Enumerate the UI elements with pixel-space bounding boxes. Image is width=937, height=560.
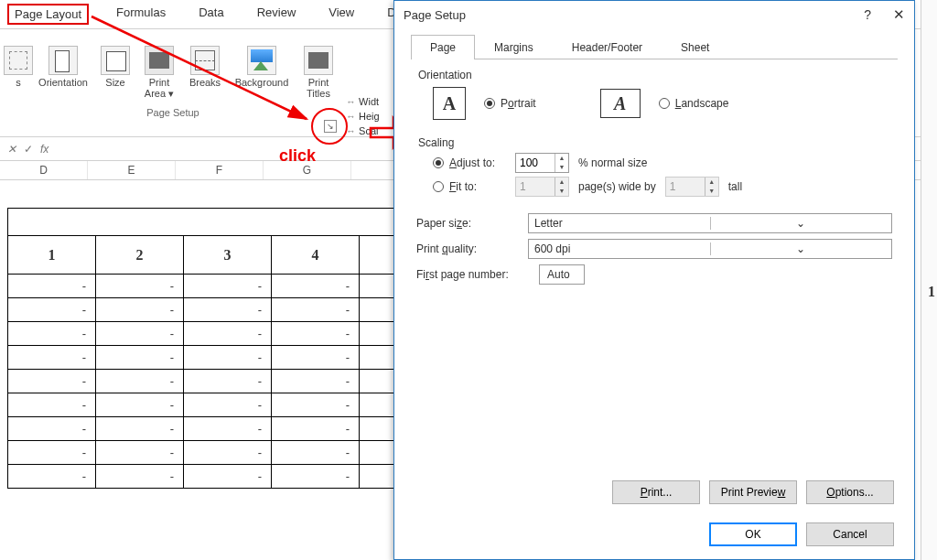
spin-down-icon[interactable]: ▼ [555, 187, 568, 196]
menu-review[interactable]: Review [252, 4, 302, 25]
print-titles-button[interactable]: Print Titles [300, 46, 337, 100]
orientation-icon [48, 46, 78, 75]
table-cell[interactable]: - [184, 298, 272, 322]
print-quality-value: 600 dpi [529, 242, 710, 255]
table-cell[interactable]: - [8, 275, 96, 298]
chevron-down-icon[interactable]: ⌄ [710, 242, 892, 255]
table-cell[interactable]: - [96, 441, 184, 465]
fit-to-radio[interactable]: Fit to: [433, 180, 506, 193]
print-button[interactable]: Print... [612, 480, 700, 504]
column-header[interactable]: D [0, 161, 88, 179]
spin-up-icon[interactable]: ▲ [555, 178, 568, 187]
table-cell[interactable]: - [272, 275, 360, 298]
table-cell[interactable]: - [272, 441, 360, 465]
fx-icon[interactable]: fx [40, 143, 48, 156]
column-header[interactable]: G [264, 161, 351, 179]
spin-down-icon[interactable]: ▼ [705, 187, 718, 196]
menu-page-layout[interactable]: Page Layout [7, 4, 89, 25]
table-cell[interactable]: - [96, 275, 184, 298]
margins-icon [4, 46, 33, 75]
portrait-radio[interactable]: Portrait [484, 97, 536, 110]
background-button[interactable]: Background [232, 46, 291, 100]
table-cell[interactable]: - [8, 346, 96, 370]
orientation-legend: Orientation [416, 69, 474, 81]
table-cell[interactable]: - [8, 298, 96, 322]
fit-tall-input[interactable]: ▲▼ [665, 177, 719, 197]
table-cell[interactable]: - [184, 417, 272, 441]
table-cell[interactable]: - [96, 370, 184, 393]
formula-accept-icon[interactable]: ✓ [24, 143, 33, 156]
options-button[interactable]: Options... [806, 480, 894, 504]
radio-selected-icon [433, 157, 444, 168]
table-cell[interactable]: - [8, 370, 96, 393]
breaks-button[interactable]: Breaks [187, 46, 223, 100]
menu-view[interactable]: View [323, 4, 360, 25]
table-cell[interactable]: - [272, 298, 360, 322]
margins-button[interactable]: s [9, 46, 27, 100]
scale-option[interactable]: Scal [346, 125, 380, 136]
table-cell[interactable]: - [96, 465, 184, 489]
table-cell[interactable]: - [184, 465, 272, 489]
column-header[interactable]: F [176, 161, 264, 179]
portrait-icon: A [433, 87, 466, 120]
first-page-number-input[interactable]: Auto [539, 264, 585, 285]
tab-page[interactable]: Page [411, 35, 475, 59]
menu-data[interactable]: Data [193, 4, 229, 25]
table-cell[interactable]: - [272, 417, 360, 441]
orientation-button[interactable]: Orientation [37, 46, 90, 100]
table-cell[interactable]: - [184, 370, 272, 393]
table-cell[interactable]: - [184, 393, 272, 417]
menu-formulas[interactable]: Formulas [111, 4, 171, 25]
table-cell[interactable]: - [8, 393, 96, 417]
spin-up-icon[interactable]: ▲ [705, 178, 718, 187]
tab-header-footer[interactable]: Header/Footer [553, 35, 662, 59]
table-cell[interactable]: - [184, 346, 272, 370]
table-cell[interactable]: - [96, 346, 184, 370]
table-cell[interactable]: - [184, 275, 272, 298]
tab-sheet[interactable]: Sheet [662, 35, 728, 59]
dialog-close-icon[interactable]: ✕ [893, 6, 905, 23]
adjust-to-radio[interactable]: Adjust to: [433, 156, 506, 169]
paper-size-select[interactable]: Letter ⌄ [528, 213, 892, 233]
dialog-help-icon[interactable]: ? [864, 7, 871, 22]
spin-down-icon[interactable]: ▼ [555, 163, 568, 172]
print-preview-button[interactable]: Print Preview [709, 480, 797, 504]
print-quality-select[interactable]: 600 dpi ⌄ [528, 239, 892, 259]
spin-up-icon[interactable]: ▲ [555, 154, 568, 163]
table-cell[interactable]: - [272, 370, 360, 393]
print-quality-label: Print quality: [416, 242, 517, 255]
landscape-radio[interactable]: Landscape [659, 97, 729, 110]
fit-wide-input[interactable]: ▲▼ [515, 177, 569, 197]
height-option[interactable]: Heig [346, 111, 380, 122]
table-cell[interactable]: - [184, 322, 272, 346]
table-cell[interactable]: - [96, 298, 184, 322]
width-option[interactable]: Widt [346, 96, 380, 107]
table-cell[interactable]: - [272, 346, 360, 370]
table-cell[interactable]: - [8, 441, 96, 465]
tab-margins[interactable]: Margins [475, 35, 553, 59]
page-setup-launcher[interactable] [324, 120, 337, 133]
column-header[interactable]: E [88, 161, 176, 179]
formula-cancel-icon[interactable]: ✕ [7, 143, 16, 156]
radio-unselected-icon [433, 181, 444, 192]
table-cell[interactable]: - [8, 417, 96, 441]
size-button[interactable]: Size [99, 46, 132, 100]
table-cell[interactable]: - [8, 465, 96, 489]
table-cell[interactable]: - [96, 393, 184, 417]
table-cell[interactable]: - [272, 322, 360, 346]
print-area-button[interactable]: Print Area ▾ [141, 46, 178, 100]
adjust-value-input[interactable]: ▲▼ [515, 153, 569, 173]
background-label: Background [235, 77, 289, 88]
dialog-title: Page Setup [404, 8, 466, 22]
table-cell[interactable]: - [272, 465, 360, 489]
table-cell[interactable]: - [184, 441, 272, 465]
table-cell[interactable]: - [8, 322, 96, 346]
chevron-down-icon[interactable]: ⌄ [710, 217, 892, 230]
ok-button[interactable]: OK [709, 522, 797, 546]
background-icon [247, 46, 276, 75]
table-cell[interactable]: - [96, 322, 184, 346]
adjust-suffix: % normal size [578, 156, 647, 169]
table-cell[interactable]: - [272, 393, 360, 417]
table-cell[interactable]: - [96, 417, 184, 441]
cancel-button[interactable]: Cancel [806, 522, 894, 546]
